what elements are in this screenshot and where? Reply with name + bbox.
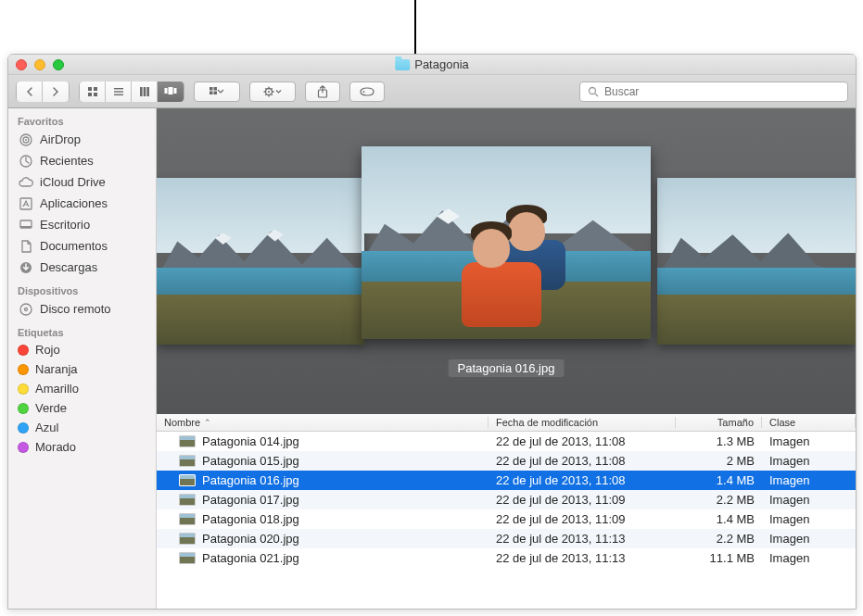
table-row[interactable]: Patagonia 017.jpg22 de jul de 2013, 11:0… bbox=[157, 490, 856, 509]
svg-line-25 bbox=[265, 94, 266, 94]
cell-date: 22 de jul de 2013, 11:08 bbox=[489, 434, 676, 448]
cloud-icon bbox=[18, 174, 33, 190]
minimize-button[interactable] bbox=[34, 59, 45, 70]
svg-line-26 bbox=[272, 88, 273, 89]
file-thumbnail-icon bbox=[179, 494, 196, 506]
cell-size: 11.1 MB bbox=[676, 551, 762, 565]
sidebar-header-devices: Dispositivos bbox=[8, 282, 156, 298]
column-header-name[interactable]: Nombre ⌃ bbox=[157, 417, 489, 428]
svg-rect-15 bbox=[209, 91, 213, 94]
sidebar-section-favorites: Favoritos AirDrop Recientes iCloud Drive… bbox=[8, 108, 156, 278]
svg-point-40 bbox=[24, 308, 27, 310]
sidebar-item-documents[interactable]: Documentos bbox=[8, 235, 156, 257]
column-header-date[interactable]: Fecha de modificación bbox=[489, 417, 676, 428]
view-columns-button[interactable] bbox=[132, 82, 158, 102]
sidebar-item-label: Disco remoto bbox=[40, 302, 111, 316]
table-row[interactable]: Patagonia 014.jpg22 de jul de 2013, 11:0… bbox=[157, 432, 856, 451]
sidebar-item-tag-green[interactable]: Verde bbox=[8, 398, 156, 418]
share-button[interactable] bbox=[305, 82, 340, 102]
svg-rect-7 bbox=[140, 87, 143, 96]
sidebar-section-devices: Dispositivos Disco remoto bbox=[8, 278, 156, 320]
sidebar-item-tag-yellow[interactable]: Amarillo bbox=[8, 379, 156, 398]
search-field[interactable] bbox=[579, 82, 848, 102]
svg-rect-12 bbox=[174, 88, 177, 94]
table-row[interactable]: Patagonia 015.jpg22 de jul de 2013, 11:0… bbox=[157, 451, 856, 471]
main-area: Patagonia 016.jpg Nombre ⌃ Fecha de modi… bbox=[157, 108, 856, 609]
svg-rect-2 bbox=[88, 93, 92, 96]
view-icon-button[interactable] bbox=[80, 82, 106, 102]
svg-point-33 bbox=[25, 139, 27, 141]
window-title: Patagonia bbox=[395, 57, 469, 71]
column-header-size[interactable]: Tamaño bbox=[676, 417, 762, 428]
table-row[interactable]: Patagonia 016.jpg22 de jul de 2013, 11:0… bbox=[157, 471, 856, 490]
sidebar-item-tag-purple[interactable]: Morado bbox=[8, 437, 156, 457]
cell-name: Patagonia 016.jpg bbox=[157, 473, 489, 487]
coverflow-current-image[interactable] bbox=[362, 146, 651, 339]
sidebar-item-label: Naranja bbox=[35, 362, 78, 376]
back-button[interactable] bbox=[17, 82, 43, 102]
svg-rect-11 bbox=[169, 87, 173, 94]
sidebar-item-recents[interactable]: Recientes bbox=[8, 150, 156, 171]
sidebar-item-label: Descargas bbox=[40, 260, 97, 274]
cell-name: Patagonia 014.jpg bbox=[157, 434, 489, 448]
tags-button[interactable] bbox=[349, 82, 385, 102]
sidebar-item-apps[interactable]: Aplicaciones bbox=[8, 193, 156, 214]
svg-rect-1 bbox=[94, 87, 97, 91]
arrange-button[interactable] bbox=[194, 82, 240, 102]
search-input[interactable] bbox=[604, 85, 840, 98]
sidebar-item-icloud[interactable]: iCloud Drive bbox=[8, 171, 156, 193]
sidebar-item-desktop[interactable]: Escritorio bbox=[8, 214, 156, 235]
forward-button[interactable] bbox=[43, 82, 69, 102]
cell-name: Patagonia 021.jpg bbox=[157, 551, 489, 565]
table-body: Patagonia 014.jpg22 de jul de 2013, 11:0… bbox=[157, 432, 856, 609]
sidebar-item-label: Azul bbox=[35, 421, 58, 434]
sidebar-item-downloads[interactable]: Descargas bbox=[8, 257, 156, 278]
svg-rect-10 bbox=[165, 88, 168, 94]
svg-rect-4 bbox=[114, 88, 123, 89]
cell-kind: Imagen bbox=[762, 473, 856, 487]
sidebar-item-tag-red[interactable]: Rojo bbox=[8, 340, 156, 359]
view-list-button[interactable] bbox=[106, 82, 132, 102]
close-button[interactable] bbox=[16, 59, 27, 70]
svg-point-39 bbox=[20, 304, 32, 315]
coverflow-prev-image[interactable] bbox=[157, 178, 364, 345]
cell-name: Patagonia 017.jpg bbox=[157, 493, 489, 507]
sidebar-item-label: Morado bbox=[35, 440, 76, 454]
cell-kind: Imagen bbox=[762, 454, 856, 468]
table-row[interactable]: Patagonia 021.jpg22 de jul de 2013, 11:1… bbox=[157, 548, 856, 568]
sidebar-item-airdrop[interactable]: AirDrop bbox=[8, 129, 156, 150]
tag-dot-icon bbox=[18, 364, 29, 375]
table-row[interactable]: Patagonia 020.jpg22 de jul de 2013, 11:1… bbox=[157, 529, 856, 548]
sidebar-item-label: Recientes bbox=[40, 154, 94, 168]
sidebar-item-remote-disc[interactable]: Disco remoto bbox=[8, 298, 156, 320]
downloads-icon bbox=[18, 259, 33, 275]
sidebar: Favoritos AirDrop Recientes iCloud Drive… bbox=[8, 108, 157, 609]
svg-rect-9 bbox=[146, 87, 149, 96]
sidebar-section-tags: Etiquetas RojoNaranjaAmarilloVerdeAzulMo… bbox=[8, 320, 156, 457]
sidebar-item-label: iCloud Drive bbox=[40, 175, 106, 189]
coverflow[interactable]: Patagonia 016.jpg bbox=[157, 108, 856, 414]
fullscreen-button[interactable] bbox=[53, 59, 64, 70]
file-name: Patagonia 015.jpg bbox=[202, 454, 299, 468]
svg-line-23 bbox=[265, 88, 266, 89]
tag-dot-icon bbox=[18, 422, 29, 434]
table-row[interactable]: Patagonia 018.jpg22 de jul de 2013, 11:0… bbox=[157, 509, 856, 529]
search-icon bbox=[588, 86, 599, 97]
disc-icon bbox=[18, 301, 33, 317]
action-button[interactable] bbox=[249, 82, 296, 102]
file-table: Nombre ⌃ Fecha de modificación Tamaño Cl… bbox=[157, 414, 856, 609]
file-thumbnail-icon bbox=[179, 533, 196, 545]
cell-name: Patagonia 020.jpg bbox=[157, 532, 489, 546]
sidebar-item-tag-blue[interactable]: Azul bbox=[8, 418, 156, 437]
column-header-kind[interactable]: Clase bbox=[762, 417, 856, 428]
sidebar-item-label: Amarillo bbox=[35, 382, 79, 396]
coverflow-next-image[interactable] bbox=[657, 178, 856, 345]
cell-size: 2.2 MB bbox=[676, 493, 762, 507]
sidebar-item-label: Escritorio bbox=[40, 218, 90, 232]
table-header: Nombre ⌃ Fecha de modificación Tamaño Cl… bbox=[157, 414, 856, 432]
view-coverflow-button[interactable] bbox=[158, 82, 184, 102]
tag-dot-icon bbox=[18, 442, 29, 453]
toolbar bbox=[8, 75, 856, 108]
svg-point-18 bbox=[268, 90, 270, 92]
sidebar-item-tag-orange[interactable]: Naranja bbox=[8, 359, 156, 379]
